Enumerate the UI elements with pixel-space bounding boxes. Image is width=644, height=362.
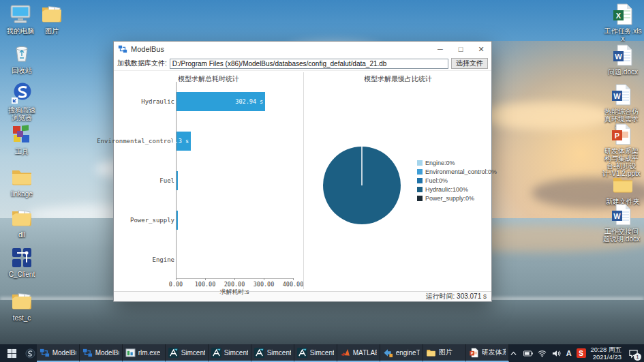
start-button[interactable] xyxy=(0,344,25,362)
x-tick xyxy=(264,278,264,280)
system-tray: A S 20:28 周五 2021/4/23 1 xyxy=(509,344,644,362)
action-center-icon[interactable]: 1 xyxy=(626,346,640,360)
rlm-icon xyxy=(125,348,136,358)
bar[interactable] xyxy=(177,211,178,230)
desktop-icon[interactable]: C_Client xyxy=(5,246,38,278)
legend-label: Power_supply:0% xyxy=(425,195,474,202)
legend-swatch xyxy=(417,160,423,166)
desktop-icon[interactable]: W问题.docx xyxy=(604,44,642,76)
taskbar-item-simcent-[interactable]: Simcent... xyxy=(209,344,251,362)
bar[interactable]: 302.94 s xyxy=(177,92,265,111)
desktop-icon[interactable]: 我的电脑 xyxy=(4,3,37,35)
taskbar-item-simcent-[interactable]: Simcent... xyxy=(294,344,337,362)
bar-chart: 模型求解总耗时统计 Hydraulic302.94 sEnvironmental… xyxy=(114,71,303,291)
desktop-icon[interactable]: W工作交接问题说明.docx xyxy=(602,203,641,243)
wifi-icon[interactable] xyxy=(538,348,547,358)
volume-icon[interactable] xyxy=(552,348,562,358)
folder-icon xyxy=(611,173,634,196)
desktop-icon-label: 工作交接问题说明.docx xyxy=(602,228,641,243)
svg-text:W: W xyxy=(613,92,621,100)
word-icon: W xyxy=(611,44,634,67)
desktop-icon-label: 搜狗高速浏览器 xyxy=(5,106,38,121)
taskbar-item-modelbus[interactable]: ModelBus xyxy=(80,344,123,362)
x-tick xyxy=(176,278,177,280)
window-titlebar[interactable]: ModelBus ─ □ ✕ xyxy=(114,42,491,57)
minimize-button[interactable]: ─ xyxy=(430,42,450,57)
runtime-status: 运行时间: 303.071 s xyxy=(426,292,487,301)
legend-item: Fuel:0% xyxy=(417,176,497,185)
desktop-icon-label: 回收站 xyxy=(5,67,38,74)
taskbar-item-rlm-exe[interactable]: rlm.exe xyxy=(123,344,166,362)
legend-label: Fuel:0% xyxy=(425,177,448,184)
pie-chart-title: 模型求解最慢占比统计 xyxy=(304,74,492,84)
choose-file-button[interactable]: 选择文件 xyxy=(451,58,488,69)
search-icon[interactable] xyxy=(25,344,37,362)
desktop-icon-label: 我的电脑 xyxy=(4,27,37,35)
taskbar-item-label: ModelBus xyxy=(52,349,76,357)
clock[interactable]: 20:28 周五 2021/4/23 xyxy=(591,346,622,361)
taskbar-item--[interactable]: 图片 xyxy=(423,344,466,362)
taskbar-item-modelbus[interactable]: ModelBus xyxy=(37,344,80,362)
bar-category-label: Power_supply xyxy=(130,200,174,240)
legend-swatch xyxy=(417,169,423,175)
desktop-icon-label: 工作任务.xlsx xyxy=(604,27,642,42)
app-blue-icon xyxy=(10,246,33,269)
taskbar-item-simcent-[interactable]: Simcent... xyxy=(166,344,209,362)
desktop-icon-label: linkage xyxy=(5,190,38,198)
folder-icon xyxy=(426,348,436,358)
desktop-icon[interactable]: 图片 xyxy=(35,3,68,35)
bar-value-label: 302.94 s xyxy=(235,98,265,105)
tray-chevron-up-icon[interactable] xyxy=(509,348,519,358)
desktop-icon[interactable]: 新建文件夹 xyxy=(604,173,642,205)
desktop-icon-label: 工具 xyxy=(5,148,38,155)
desktop-icon[interactable]: dll xyxy=(5,207,38,239)
pie-chart: 模型求解最慢占比统计 Engine:0%Environmental_contro… xyxy=(304,71,492,291)
taskbar-item--[interactable]: P研发体系... xyxy=(466,344,509,362)
desktop-icon[interactable]: 回收站 xyxy=(5,42,38,74)
sogou-input-icon[interactable]: S xyxy=(577,348,586,358)
simcenter-icon xyxy=(211,348,221,358)
legend-item: Hydraulic:100% xyxy=(417,185,497,194)
taskbar-item-label: ModelBus xyxy=(95,349,119,357)
taskbar-item-matlab-[interactable]: MATLAB... xyxy=(337,344,380,362)
taskbar-item-label: Simcent... xyxy=(181,349,205,357)
taskbar: ModelBusModelBusrlm.exeSimcent...Simcent… xyxy=(0,344,644,362)
desktop-icon[interactable]: 搜狗高速浏览器 xyxy=(5,82,38,121)
simcenter-icon xyxy=(254,348,264,358)
taskbar-item-simcent-[interactable]: Simcent... xyxy=(251,344,294,362)
bar-row: Environmental_control1.3 s xyxy=(114,121,303,161)
legend-swatch xyxy=(417,178,423,183)
computer-icon xyxy=(9,3,32,26)
maximize-button[interactable]: □ xyxy=(450,42,471,57)
simcenter-icon xyxy=(168,348,179,358)
desktop-icon[interactable]: linkage xyxy=(5,166,38,198)
window-title: ModelBus xyxy=(131,45,164,53)
bar-row: Engine xyxy=(114,240,303,280)
desktop-icon[interactable]: P研发体系架构与集成平台-初步设计-V1.2.pptx xyxy=(602,123,641,177)
folder-icon xyxy=(10,166,33,189)
taskbar-item-label: Simcent... xyxy=(310,349,334,357)
legend-swatch xyxy=(417,187,423,192)
file-path-input[interactable] xyxy=(170,59,448,69)
taskbar-item-label: Simcent... xyxy=(224,349,248,357)
desktop-icon[interactable]: X工作任务.xlsx xyxy=(604,3,642,42)
taskbar-item-label: rlm.exe xyxy=(138,349,161,357)
browser-icon xyxy=(10,82,33,105)
legend-item: Environmental_control:0% xyxy=(417,167,497,176)
battery-icon[interactable] xyxy=(523,348,533,358)
bar[interactable] xyxy=(177,171,178,190)
modelbus-icon xyxy=(40,348,50,358)
x-tick-label: 100.00 xyxy=(195,281,216,288)
desktop-icon[interactable]: test_c xyxy=(5,290,38,322)
input-method-indicator[interactable]: A xyxy=(566,349,572,357)
taskbar-item-enginet-[interactable]: engineT... xyxy=(380,344,423,362)
cloud xyxy=(477,102,613,130)
legend-label: Engine:0% xyxy=(425,160,455,166)
bar[interactable]: 1.3 s xyxy=(177,132,191,151)
x-tick-label: 0.00 xyxy=(169,281,183,288)
legend-swatch xyxy=(417,196,423,201)
window-statusbar: 运行时间: 303.071 s xyxy=(114,291,491,301)
word-icon: W xyxy=(610,203,633,226)
close-button[interactable]: ✕ xyxy=(471,42,491,57)
desktop-icon[interactable]: 工具 xyxy=(5,123,38,155)
